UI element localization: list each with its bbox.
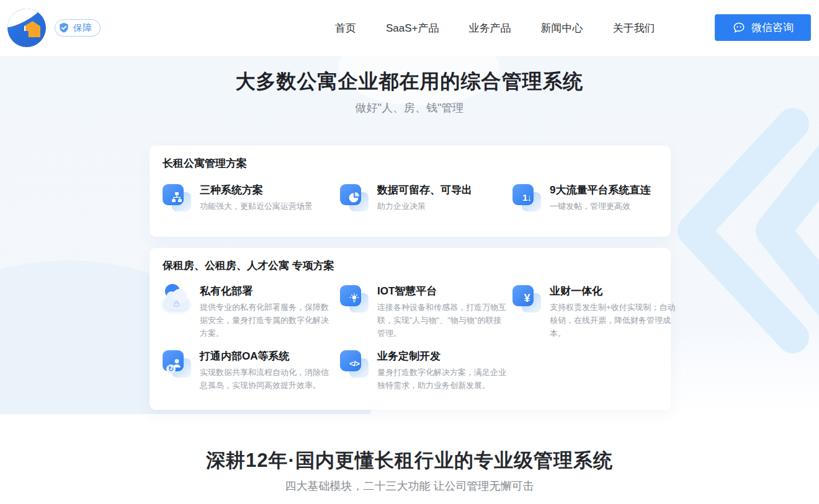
card-special-housing-solution: 保租房、公租房、人才公寓 专项方案 私有化部署 提供专业的私有化部署服务，保障数…: [150, 248, 671, 410]
feature-desc: 连接各种设备和传感器，打造万物互联，实现"人与物"、"物与物"的联接管理。: [377, 301, 509, 340]
top-navbar: 保障 首页 SaaS+产品 业务产品 新闻中心 关于我们 微信咨询: [0, 0, 819, 56]
section2-subtitle: 四大基础模块，二十三大功能 让公司管理无懈可击: [0, 479, 819, 493]
feature-oa-integration: ↻ 打通内部OA等系统 实现数据共享和流程自动化，消除信息孤岛，实现协同高效提升…: [163, 349, 330, 392]
feature-title: 私有化部署: [200, 284, 331, 298]
guarantee-badge: 保障: [55, 19, 101, 37]
landing-page: 大多数公寓企业都在用的综合管理系统 做好"人、房、钱"管理 保障 首页 SaaS…: [0, 0, 819, 504]
company-logo-icon[interactable]: [7, 9, 46, 47]
feature-desc: 提供专业的私有化部署服务，保障数据安全，量身打造专属的数字化解决方案。: [200, 301, 331, 340]
card-long-term-rental-solution: 长租公寓管理方案 三种系统方案 功能强大，更贴近公寓运营场景: [150, 146, 671, 237]
feature-title: 业务定制开发: [377, 349, 509, 363]
nav-item-about-us[interactable]: 关于我们: [613, 21, 655, 35]
feature-data-retain-export: 数据可留存、可导出 助力企业决策: [340, 183, 508, 213]
feature-desc: 助力企业决策: [377, 200, 509, 213]
org-chart-icon: [163, 183, 191, 211]
feature-title: IOT智慧平台: [377, 284, 509, 298]
hero-title: 大多数公寓企业都在用的综合管理系统: [0, 68, 819, 95]
sort-arrows-icon: 1↓: [512, 183, 541, 211]
feature-desc: 一键发帖，管理更高效: [550, 200, 681, 213]
feature-finance-integration: ¥ 业财一体化 支持权责发生制+收付实现制；自动核销，在线开票，降低财务管理成本…: [512, 284, 680, 340]
feature-title: 9大流量平台系统直连: [550, 183, 681, 197]
pie-chart-icon: [340, 183, 369, 211]
sync-arrows-icon: ↻: [166, 365, 176, 374]
code-icon: </>: [340, 349, 369, 378]
shield-check-icon: [58, 21, 70, 35]
nav-item-saas-products[interactable]: SaaS+产品: [386, 21, 439, 35]
person-sync-icon: ↻: [163, 349, 191, 378]
nav-item-news-center[interactable]: 新闻中心: [541, 21, 583, 35]
lightbulb-icon: [340, 284, 369, 312]
wechat-consult-button[interactable]: 微信咨询: [715, 14, 811, 41]
nav-item-home[interactable]: 首页: [335, 21, 356, 35]
guarantee-badge-label: 保障: [73, 22, 92, 34]
feature-three-system-plans: 三种系统方案 功能强大，更贴近公寓运营场景: [163, 183, 330, 213]
feature-desc: 支持权责发生制+收付实现制；自动核销，在线开票，降低财务管理成本。: [550, 301, 681, 340]
feature-title: 打通内部OA等系统: [200, 349, 331, 363]
wechat-chat-icon: [732, 21, 746, 35]
nav-item-business-products[interactable]: 业务产品: [469, 21, 511, 35]
feature-iot-platform: IOT智慧平台 连接各种设备和传感器，打造万物互联，实现"人与物"、"物与物"的…: [340, 284, 508, 340]
feature-title: 数据可留存、可导出: [377, 183, 509, 197]
feature-title: 业财一体化: [550, 284, 681, 298]
wechat-consult-label: 微信咨询: [751, 20, 794, 35]
card-title: 保租房、公租房、人才公寓 专项方案: [163, 259, 334, 273]
feature-desc: 量身打造数字化解决方案，满足企业独特需求，助力业务创新发展。: [377, 366, 509, 392]
cloud-lock-icon: [163, 284, 191, 312]
feature-platform-direct-connect: 1↓ 9大流量平台系统直连 一键发帖，管理更高效: [512, 183, 680, 213]
feature-desc: 功能强大，更贴近公寓运营场景: [200, 200, 331, 213]
hero-subtitle: 做好"人、房、钱"管理: [0, 100, 819, 115]
yuan-currency-icon: ¥: [512, 284, 541, 312]
feature-title: 三种系统方案: [200, 183, 331, 197]
main-nav: 首页 SaaS+产品 业务产品 新闻中心 关于我们: [335, 0, 655, 56]
feature-desc: 实现数据共享和流程自动化，消除信息孤岛，实现协同高效提升效率。: [200, 366, 331, 392]
feature-custom-development: </> 业务定制开发 量身打造数字化解决方案，满足企业独特需求，助力业务创新发展…: [340, 349, 508, 392]
card-title: 长租公寓管理方案: [163, 156, 247, 170]
feature-private-deployment: 私有化部署 提供专业的私有化部署服务，保障数据安全，量身打造专属的数字化解决方案…: [163, 284, 330, 340]
section2-title: 深耕12年·国内更懂长租行业的专业级管理系统: [0, 448, 819, 474]
